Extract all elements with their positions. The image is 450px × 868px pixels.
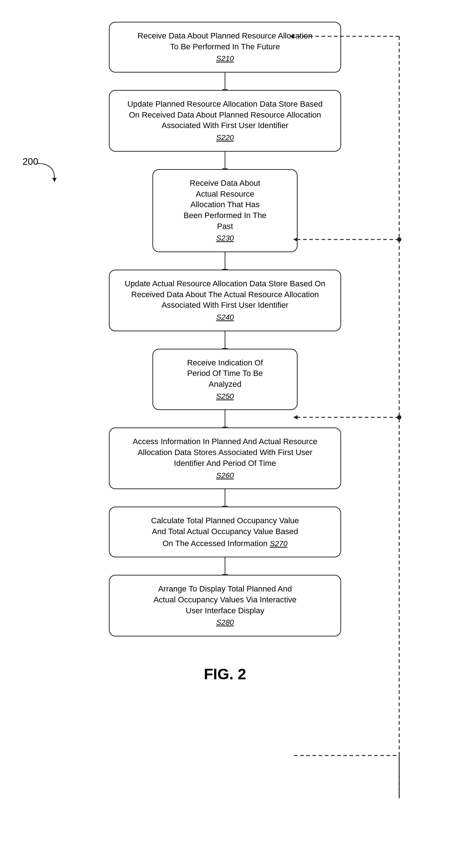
step-s280: Arrange To Display Total Planned And Act… [109,575,341,636]
step-s210: Receive Data About Planned Resource Allo… [109,22,341,73]
step-s210-text: Receive Data About Planned Resource Allo… [138,31,312,51]
figure-label: FIG. 2 [204,666,246,683]
step-s210-label: S210 [216,53,234,64]
arrow-s210-s220 [225,73,226,90]
step-s220-label: S220 [216,132,234,143]
arrow-s250-s260 [225,410,226,427]
step-s250-label: S250 [216,391,234,401]
step-s240: Update Actual Resource Allocation Data S… [109,270,341,331]
step-s260: Access Information In Planned And Actual… [109,427,341,489]
step-s230-label: S230 [216,233,234,243]
label-200-arrow-svg [22,160,65,181]
step-s260-label: S260 [216,470,234,480]
step-s250-text: Receive Indication Of Period Of Time To … [187,358,263,389]
step-s250: Receive Indication Of Period Of Time To … [152,349,298,410]
arrow-s230-s240 [225,252,226,270]
step-s220-text: Update Planned Resource Allocation Data … [127,99,323,130]
step-s260-text: Access Information In Planned And Actual… [133,437,318,467]
diagram-container: Receive Data About Planned Resource Allo… [0,0,450,868]
flow-wrapper: Receive Data About Planned Resource Allo… [0,11,450,683]
step-s230: Receive Data About Actual Resource Alloc… [152,169,298,252]
step-s240-label: S240 [216,312,234,322]
step-s280-text: Arrange To Display Total Planned And Act… [154,584,296,615]
arrow-s270-s280 [225,557,226,575]
arrow-s220-s230 [225,152,226,169]
step-s220: Update Planned Resource Allocation Data … [109,90,341,152]
step-s240-text: Update Actual Resource Allocation Data S… [125,279,326,310]
step-s280-label: S280 [216,617,234,627]
step-s270: Calculate Total Planned Occupancy Value … [109,507,341,557]
step-s230-text: Receive Data About Actual Resource Alloc… [184,179,266,231]
arrow-s240-s250 [225,331,226,349]
step-s270-label: S270 [270,539,287,549]
arrow-s260-s270 [225,489,226,507]
